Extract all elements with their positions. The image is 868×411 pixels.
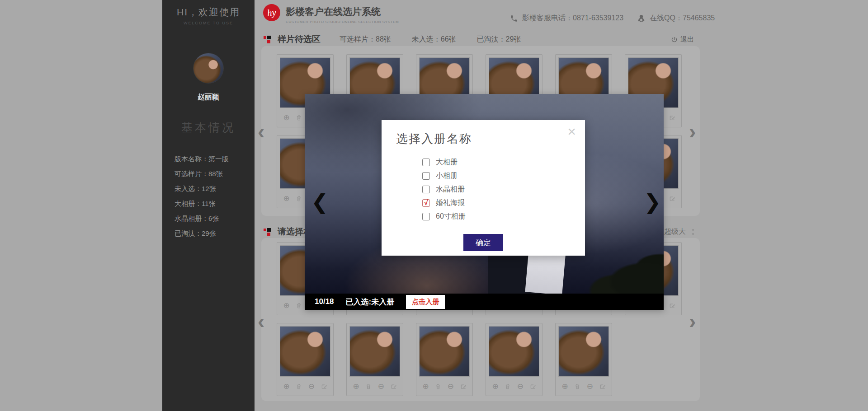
trash-icon[interactable] xyxy=(296,302,302,309)
checkbox[interactable] xyxy=(422,213,430,220)
photo-tile[interactable]: ⊕ ⊖ xyxy=(555,323,612,396)
photo-thumbnail[interactable] xyxy=(558,326,609,377)
photo-thumbnail[interactable] xyxy=(280,326,330,377)
remove-icon[interactable]: ⊖ xyxy=(517,383,524,390)
album-option[interactable]: √ 婚礼海报 xyxy=(422,196,466,210)
edit-icon[interactable] xyxy=(669,195,675,202)
logo-monogram: hy xyxy=(267,7,277,19)
album-select-modal: 选择入册名称 × 大相册 小相册 水晶相册 √ 婚礼海报 60寸相册 确定 xyxy=(382,120,585,256)
edit-icon[interactable] xyxy=(460,383,467,390)
logout-button[interactable]: 退出 xyxy=(671,35,694,44)
lightbox-next-arrow[interactable]: ❯ xyxy=(644,191,661,212)
grid-icon xyxy=(264,228,271,236)
info-unselected: 未入选：12张 xyxy=(175,181,255,196)
stat-unselected: 未入选：66张 xyxy=(412,35,456,44)
photo-thumbnail[interactable] xyxy=(489,326,539,377)
stat-available: 可选样片：88张 xyxy=(340,35,391,44)
app-logo: hy xyxy=(263,4,280,21)
album-options: 大相册 小相册 水晶相册 √ 婚礼海报 60寸相册 xyxy=(422,155,466,223)
edit-icon[interactable] xyxy=(321,383,327,390)
album-grid-row-2: ⊕ ⊖ ⊕ ⊖ ⊕ ⊖ ⊕ ⊖ xyxy=(277,323,612,396)
checkbox[interactable] xyxy=(422,186,430,193)
info-available: 可选样片：88张 xyxy=(175,166,255,181)
zoom-in-icon[interactable]: ⊕ xyxy=(283,195,290,202)
album-option-label: 小相册 xyxy=(436,171,458,181)
remove-icon[interactable]: ⊖ xyxy=(587,383,593,390)
pool-prev-arrow[interactable]: ‹ xyxy=(258,121,264,142)
zoom-in-icon[interactable]: ⊕ xyxy=(492,383,499,390)
zoom-in-icon[interactable]: ⊕ xyxy=(353,383,359,390)
album-prev-arrow[interactable]: ‹ xyxy=(258,311,264,332)
edit-icon[interactable] xyxy=(669,302,675,309)
dots-handle-icon[interactable] xyxy=(692,229,694,235)
qq-icon xyxy=(637,14,646,23)
remove-icon[interactable]: ⊖ xyxy=(448,383,454,390)
trash-icon[interactable] xyxy=(574,383,580,390)
basic-info-list: 版本名称：第一版 可选样片：88张 未入选：12张 大相册：11张 水晶相册：6… xyxy=(162,151,255,241)
add-to-album-button[interactable]: 点击入册 xyxy=(406,295,445,309)
photo-tile[interactable]: ⊕ ⊖ xyxy=(416,323,473,396)
photo-thumbnail[interactable] xyxy=(419,326,470,377)
photo-tile[interactable]: ⊕ ⊖ xyxy=(346,323,403,396)
album-option-label: 大相册 xyxy=(436,158,458,167)
trash-icon[interactable] xyxy=(296,195,302,202)
lightbox-bar: 10/18 已入选:未入册 点击入册 xyxy=(305,294,664,310)
tile-actions: ⊕ ⊖ xyxy=(556,377,612,396)
zoom-in-icon[interactable]: ⊕ xyxy=(283,302,290,309)
trash-icon[interactable] xyxy=(365,383,372,390)
sidebar: HI，欢迎使用 WELCOME TO USE 赵丽颖 基本情况 版本名称：第一版… xyxy=(162,0,255,411)
album-option[interactable]: 60寸相册 xyxy=(422,210,466,223)
edit-icon[interactable] xyxy=(391,383,397,390)
confirm-button[interactable]: 确定 xyxy=(463,234,503,251)
pool-next-arrow[interactable]: › xyxy=(689,121,696,142)
edit-icon[interactable] xyxy=(530,383,536,390)
zoom-in-icon[interactable]: ⊕ xyxy=(423,383,429,390)
pool-stats: 可选样片：88张 未入选：66张 已淘汰：29张 xyxy=(340,35,521,44)
close-icon[interactable]: × xyxy=(567,123,576,140)
tile-actions: ⊕ ⊖ xyxy=(486,377,542,396)
tile-actions: ⊕ ⊖ xyxy=(277,377,333,396)
info-crystal-album: 水晶相册：6张 xyxy=(175,211,255,226)
checkbox[interactable]: √ xyxy=(422,199,430,207)
tile-actions: ⊕ ⊖ xyxy=(416,377,472,396)
photo-counter: 10/18 xyxy=(315,297,334,306)
welcome-block: HI，欢迎使用 WELCOME TO USE xyxy=(162,0,255,30)
album-option[interactable]: 水晶相册 xyxy=(422,182,466,196)
trash-icon[interactable] xyxy=(296,383,302,390)
service-phone: 影楼客服电话：0871-63539123 xyxy=(522,14,623,23)
remove-icon[interactable]: ⊖ xyxy=(378,383,384,390)
photo-tile[interactable]: ⊕ ⊖ xyxy=(277,323,334,396)
edit-icon[interactable] xyxy=(669,114,675,121)
album-option-label: 水晶相册 xyxy=(436,185,465,194)
info-eliminated: 已淘汰：29张 xyxy=(175,226,255,241)
checkbox[interactable] xyxy=(422,172,430,180)
app-title: 影楼客户在线选片系统 xyxy=(286,5,399,18)
album-option[interactable]: 小相册 xyxy=(422,169,466,182)
photo-thumbnail[interactable] xyxy=(349,326,400,377)
album-option[interactable]: 大相册 xyxy=(422,155,466,169)
basic-info-title: 基本情况 xyxy=(162,120,255,135)
trash-icon[interactable] xyxy=(296,114,302,121)
info-big-album: 大相册：11张 xyxy=(175,196,255,211)
edit-icon[interactable] xyxy=(599,383,606,390)
stat-eliminated: 已淘汰：29张 xyxy=(477,35,521,44)
checkbox[interactable] xyxy=(422,159,430,166)
zoom-in-icon[interactable]: ⊕ xyxy=(562,383,568,390)
user-name: 赵丽颖 xyxy=(162,93,255,102)
photo-tile[interactable]: ⊕ ⊖ xyxy=(486,323,542,396)
lightbox-prev-arrow[interactable]: ❮ xyxy=(311,191,329,212)
app-subtitle: CUSTOMER PHOTO STUDIO ONLINE SELECTION S… xyxy=(286,20,399,24)
zoom-in-icon[interactable]: ⊕ xyxy=(283,383,290,390)
album-option-label: 60寸相册 xyxy=(436,212,466,221)
pool-section-header: 样片待选区 可选样片：88张 未入选：66张 已淘汰：29张 退出 xyxy=(264,33,694,45)
zoom-in-icon[interactable]: ⊕ xyxy=(283,114,290,121)
trash-icon[interactable] xyxy=(505,383,511,390)
album-hint-wrap: 超级大 xyxy=(664,227,694,237)
album-next-arrow[interactable]: › xyxy=(689,311,696,332)
app-brand: 影楼客户在线选片系统 CUSTOMER PHOTO STUDIO ONLINE … xyxy=(286,5,399,24)
remove-icon[interactable]: ⊖ xyxy=(308,383,315,390)
header-contact: 影楼客服电话：0871-63539123 在线QQ：75465835 xyxy=(510,14,715,23)
avatar xyxy=(193,53,224,84)
trash-icon[interactable] xyxy=(435,383,441,390)
pool-title: 样片待选区 xyxy=(278,33,321,45)
